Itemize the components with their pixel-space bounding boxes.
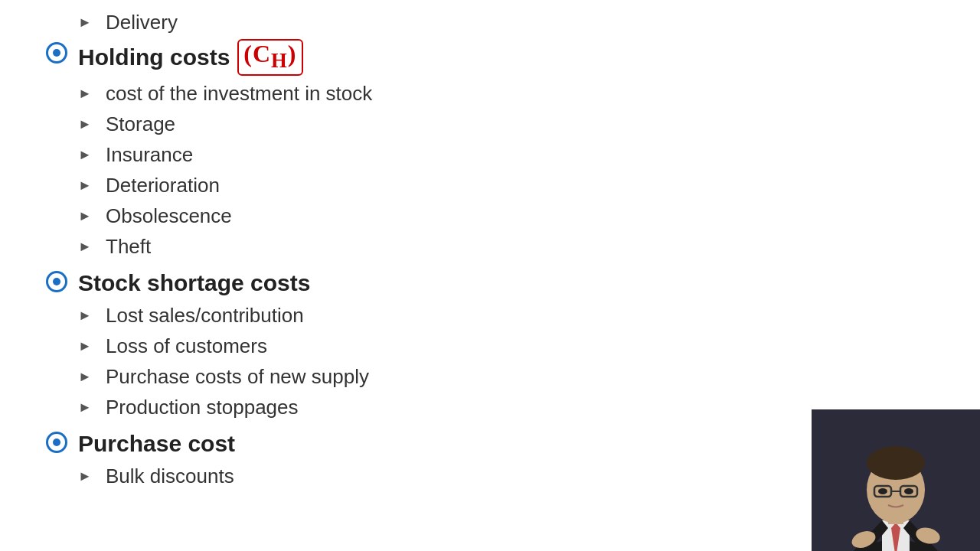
svg-point-12 [878, 488, 887, 494]
arrow-icon: ► [78, 83, 92, 104]
arrow-icon: ► [78, 206, 92, 227]
arrow-icon: ► [78, 236, 92, 257]
arrow-icon: ► [78, 336, 92, 357]
holding-costs-item: Holding costs (CH) [46, 39, 934, 76]
list-item: ► Deterioration [78, 171, 934, 201]
webcam-overlay [812, 409, 980, 551]
ch-annotation: (CH) [237, 39, 302, 76]
purchase-cost-sub-list: ► Bulk discounts [78, 461, 934, 491]
svg-point-13 [904, 488, 913, 494]
arrow-icon: ► [78, 114, 92, 135]
list-item: ► Obsolescence [78, 201, 934, 231]
delivery-arrow-icon: ► [78, 12, 92, 33]
holding-costs-label: Holding costs (CH) [78, 39, 303, 76]
stock-shortage-bullet [46, 271, 67, 292]
purchase-cost-bullet [46, 432, 67, 453]
purchase-cost-item: Purchase cost [46, 429, 934, 458]
person-silhouette [812, 409, 980, 551]
list-item: ► cost of the investment in stock [78, 79, 934, 109]
arrow-icon: ► [78, 367, 92, 387]
arrow-icon: ► [78, 397, 92, 418]
holding-costs-bullet [46, 42, 67, 64]
list-item: ► Bulk discounts [78, 461, 934, 491]
svg-point-8 [867, 446, 925, 480]
stock-shortage-sub-list: ► Lost sales/contribution ► Loss of cust… [78, 301, 934, 422]
list-item: ► Lost sales/contribution [78, 301, 934, 331]
stock-shortage-label: Stock shortage costs [78, 268, 310, 298]
delivery-label: Delivery [106, 8, 178, 37]
purchase-cost-label: Purchase cost [78, 429, 235, 458]
stock-shortage-item: Stock shortage costs [46, 268, 934, 298]
list-item: ► Theft [78, 232, 934, 262]
person-container [812, 409, 980, 551]
main-list: Holding costs (CH) ► cost of the investm… [46, 39, 934, 491]
list-item: ► Insurance [78, 140, 934, 170]
list-item: ► Production stoppages [78, 393, 934, 422]
arrow-icon: ► [78, 145, 92, 165]
holding-costs-sub-list: ► cost of the investment in stock ► Stor… [78, 79, 934, 262]
delivery-row: ► Delivery [78, 8, 934, 37]
list-item: ► Storage [78, 109, 934, 139]
arrow-icon: ► [78, 466, 92, 487]
arrow-icon: ► [78, 305, 92, 326]
arrow-icon: ► [78, 175, 92, 196]
list-item: ► Loss of customers [78, 331, 934, 361]
list-item: ► Purchase costs of new supply [78, 362, 934, 392]
